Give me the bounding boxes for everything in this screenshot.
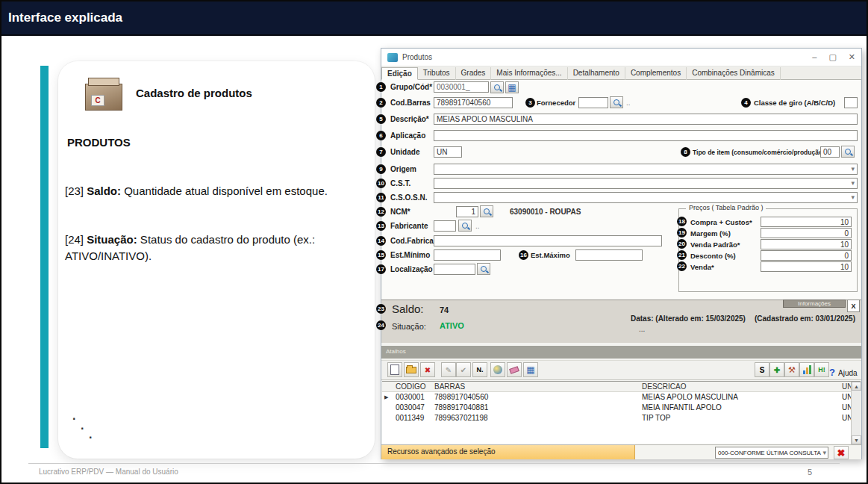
delete-record-button[interactable]: ✖ — [420, 362, 435, 377]
compra-custos-input[interactable] — [761, 217, 852, 227]
badge-11: 11 — [376, 193, 386, 202]
grid-scrollbar[interactable]: ▲ ▼ — [851, 382, 861, 444]
close-icon[interactable]: ✕ — [849, 52, 855, 62]
grupo-table-icon[interactable]: ▦ — [505, 81, 519, 93]
badge-5: 5 — [376, 114, 386, 124]
window-controls: – ▢ ✕ — [812, 52, 855, 62]
est-minimo-label: Est.Mínimo — [390, 251, 430, 259]
cod-fabrica-input[interactable] — [434, 235, 662, 246]
margem-input[interactable] — [761, 228, 852, 238]
window-titlebar[interactable]: Produtos – ▢ ✕ — [381, 49, 861, 66]
tipo-item-search-icon[interactable] — [841, 146, 855, 158]
header-codigo[interactable]: CODIGO — [396, 382, 426, 391]
tab-grades[interactable]: Grades — [456, 67, 492, 80]
localizacao-search-icon[interactable] — [477, 263, 490, 275]
scroll-up-icon[interactable]: ▲ — [852, 382, 861, 391]
edit-record-button[interactable]: ✎ — [441, 362, 456, 377]
tab-tributos[interactable]: Tributos — [418, 67, 456, 80]
ncm-input[interactable] — [456, 206, 478, 217]
teal-accent-bar — [40, 66, 49, 448]
unidade-label: Unidade — [390, 148, 419, 156]
note-23-prefix: [23] — [65, 184, 87, 197]
table-view-button[interactable]: ▦ — [523, 362, 538, 377]
s-button[interactable]: S — [755, 362, 769, 377]
fill-color-button[interactable] — [490, 362, 505, 377]
informacoes-button[interactable]: Informações — [783, 300, 846, 308]
csosn-combobox[interactable] — [434, 192, 858, 203]
badge-7: 7 — [376, 147, 386, 157]
header-barras[interactable]: BARRAS — [434, 382, 465, 391]
tab-detalhamento[interactable]: Detalhamento — [568, 67, 625, 80]
fornecedor-input[interactable] — [578, 97, 608, 108]
precos-groupbox-title: Preços ( Tabela Padrão ) — [686, 204, 766, 211]
note-23-text: Quantidade atual disponível em estoque. — [121, 184, 328, 197]
bottom-bar: Recursos avançados de seleção 000-CONFOR… — [381, 444, 861, 459]
venda-padrao-input[interactable] — [761, 239, 852, 249]
descricao-input[interactable] — [434, 114, 858, 125]
badge-12: 12 — [376, 207, 386, 217]
fornecedor-search-icon[interactable] — [610, 96, 623, 108]
cst-combobox[interactable] — [434, 178, 858, 189]
grupo-search-icon[interactable] — [490, 81, 504, 93]
note-24-prefix: [24] — [65, 233, 87, 246]
tipo-item-label: Tipo de item (consumo/comércio/produção) — [693, 149, 825, 156]
grupo-input[interactable] — [434, 81, 489, 93]
consulta-combobox[interactable]: 000-CONFORME ÚLTIMA CONSULTA — [715, 447, 828, 459]
ncm-description: 63090010 - ROUPAS — [510, 208, 581, 216]
badge-19: 19 — [677, 228, 687, 238]
badge-10: 10 — [376, 179, 386, 188]
panel-close-button[interactable]: X — [847, 300, 860, 312]
tab-edicao[interactable]: Edição — [381, 67, 418, 80]
maximize-icon[interactable]: ▢ — [828, 52, 836, 62]
table-row[interactable]: 0030047 7898917040881 MEIA INFANTIL APOL… — [382, 403, 850, 414]
cell-barras: 7899637021198 — [434, 414, 488, 422]
new-record-button[interactable] — [387, 362, 402, 377]
localizacao-input[interactable] — [434, 264, 475, 275]
origem-combobox[interactable] — [434, 164, 858, 175]
unidade-input[interactable] — [434, 146, 462, 158]
n-button[interactable]: N. — [472, 362, 487, 377]
note-24: [24] Situação: Status do cadastro do pro… — [65, 232, 372, 264]
eraser-button[interactable] — [507, 362, 522, 377]
header-descricao[interactable]: DESCRICAO — [642, 382, 686, 391]
help-label[interactable]: Ajuda — [838, 369, 858, 377]
fabricante-input[interactable] — [434, 220, 456, 232]
cst-label: C.S.T. — [390, 179, 410, 187]
help-question-icon[interactable]: ? — [829, 367, 835, 378]
chart-button[interactable] — [799, 362, 814, 377]
open-button[interactable] — [404, 362, 419, 377]
tab-complementos[interactable]: Complementos — [625, 67, 687, 80]
cell-descricao: MEIAS APOLO MASCULINA — [642, 393, 738, 401]
tab-combinacoes[interactable]: Combinações Dinâmicas — [687, 67, 781, 80]
produtos-window: Produtos – ▢ ✕ Edição Tributos Grades Ma… — [381, 48, 862, 459]
est-maximo-input[interactable] — [575, 249, 643, 261]
cod-barras-input[interactable] — [434, 97, 513, 108]
table-row[interactable]: ▶ 0030001 7898917040560 MEIAS APOLO MASC… — [382, 393, 850, 403]
fabricante-search-icon[interactable] — [458, 220, 472, 232]
saldo-label: Saldo: — [392, 302, 424, 315]
add-button[interactable]: ✚ — [769, 362, 784, 377]
h-button[interactable]: H! — [814, 362, 829, 377]
confirm-button[interactable]: ✔ — [456, 362, 471, 377]
package-lid — [88, 78, 119, 86]
page-number: 5 — [808, 468, 812, 477]
classe-giro-input[interactable] — [844, 97, 858, 108]
minimize-icon[interactable]: – — [812, 52, 817, 62]
atalhos-bar: Atalhos — [381, 346, 861, 359]
badge-1: 1 — [376, 82, 386, 92]
tipo-item-input[interactable] — [820, 146, 840, 158]
tools-button[interactable]: ⚒ — [784, 362, 799, 377]
cell-codigo: 0030001 — [396, 393, 425, 401]
note-23: [23] Saldo: Quantidade atual disponível … — [65, 183, 372, 199]
venda-input[interactable] — [761, 261, 852, 272]
est-minimo-input[interactable] — [434, 249, 501, 261]
cadastrado-em: (Cadastrado em: 03/01/2025) — [755, 314, 855, 323]
tab-mais-informacoes[interactable]: Mais Informações... — [491, 67, 567, 80]
badge-6: 6 — [376, 131, 386, 140]
table-row[interactable]: 0011349 7899637021198 TIP TOP UN — [382, 414, 850, 424]
desconto-input[interactable] — [761, 250, 852, 261]
scroll-down-icon[interactable]: ▼ — [852, 435, 861, 444]
aplicacao-input[interactable] — [434, 130, 858, 141]
ncm-search-icon[interactable] — [480, 205, 493, 217]
close-search-button[interactable]: ✖ — [834, 446, 849, 459]
